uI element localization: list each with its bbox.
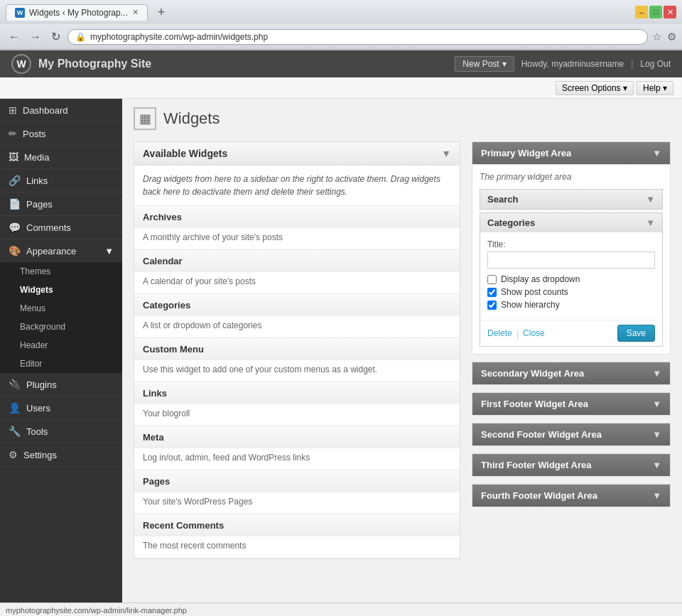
categories-widget-header[interactable]: Categories ▼ [480, 213, 662, 232]
minimize-button[interactable]: – [635, 6, 648, 18]
primary-widget-arrow: ▼ [652, 148, 661, 158]
settings-icon: ⚙ [9, 449, 18, 460]
maximize-button[interactable]: □ [649, 6, 662, 18]
help-button[interactable]: Help ▾ [637, 81, 673, 95]
dashboard-label: Dashboard [23, 105, 68, 116]
widget-item: Calendar A calendar of your site's posts [134, 250, 460, 294]
available-widgets-panel: Available Widgets ▼ Drag widgets from he… [134, 141, 460, 559]
media-icon: 🖼 [9, 151, 18, 163]
tools-icon: 🔧 [9, 426, 21, 437]
post-counts-checkbox[interactable] [487, 288, 497, 297]
first-footer-widget-area-header[interactable]: First Footer Widget Area ▼ [472, 393, 670, 415]
widget-title-bar[interactable]: Custom Menu [134, 338, 460, 360]
widget-description: The most recent comments [134, 536, 460, 558]
third-footer-widget-area: Third Footer Widget Area ▼ [472, 453, 671, 477]
users-label: Users [26, 403, 50, 414]
widget-title-bar[interactable]: Recent Comments [134, 514, 460, 536]
widget-item: Recent Comments The most recent comments [134, 514, 460, 558]
sidebar-item-links[interactable]: 🔗 Links [0, 169, 122, 193]
widget-item: Archives A monthly archive of your site'… [134, 206, 460, 250]
categories-widget: Categories ▼ Title: [480, 212, 663, 347]
forward-button[interactable]: → [27, 29, 44, 45]
title-text-input[interactable] [487, 252, 655, 269]
sidebar-item-media[interactable]: 🖼 Media [0, 146, 122, 169]
widget-title-bar[interactable]: Links [134, 382, 460, 404]
sidebar-item-posts[interactable]: ✏ Posts [0, 122, 122, 146]
sidebar-item-tools[interactable]: 🔧 Tools [0, 420, 122, 443]
third-footer-widget-area-header[interactable]: Third Footer Widget Area ▼ [472, 454, 670, 476]
screen-options-button[interactable]: Screen Options ▾ [556, 81, 634, 95]
sidebar-item-themes[interactable]: Themes [0, 262, 122, 281]
second-footer-widget-area-header[interactable]: Second Footer Widget Area ▼ [472, 423, 670, 445]
posts-label: Posts [23, 129, 46, 139]
primary-widget-area-header[interactable]: Primary Widget Area ▼ [472, 142, 670, 164]
new-post-button[interactable]: New Post ▾ [455, 56, 514, 72]
secondary-widget-area-header[interactable]: Secondary Widget Area ▼ [472, 362, 670, 384]
address-bar[interactable]: 🔒 myphotographysite.com/wp-admin/widgets… [67, 29, 648, 45]
fourth-footer-widget-area-header[interactable]: Fourth Footer Widget Area ▼ [472, 485, 670, 507]
refresh-button[interactable]: ↻ [48, 28, 63, 45]
plugins-icon: 🔌 [9, 379, 21, 390]
widget-list: Archives A monthly archive of your site'… [134, 206, 460, 558]
dropdown-checkbox[interactable] [487, 275, 497, 284]
sidebar-item-dashboard[interactable]: ⊞ Dashboard [0, 99, 122, 122]
categories-widget-body: Title: Display as dropdown [480, 232, 662, 320]
sidebar-item-settings[interactable]: ⚙ Settings [0, 443, 122, 467]
star-icon[interactable]: ☆ [652, 31, 661, 43]
fourth-footer-widget-arrow: ▼ [652, 490, 661, 501]
sidebar-item-appearance[interactable]: 🎨 Appearance ▼ [0, 239, 122, 262]
hierarchy-label: Show hierarchy [501, 300, 560, 310]
sidebar-item-users[interactable]: 👤 Users [0, 396, 122, 420]
sidebar-item-comments[interactable]: 💬 Comments [0, 216, 122, 239]
wp-body: ⊞ Dashboard ✏ Posts 🖼 Media 🔗 Links 📄 Pa… [0, 99, 682, 603]
sidebar-item-header[interactable]: Header [0, 336, 122, 355]
panel-header[interactable]: Available Widgets ▼ [134, 142, 460, 166]
widget-title-bar[interactable]: Meta [134, 426, 460, 448]
tab-close-icon[interactable]: ✕ [132, 8, 139, 17]
close-button[interactable]: ✕ [664, 6, 676, 18]
widget-title-bar[interactable]: Archives [134, 206, 460, 228]
widget-item: Links Your blogroll [134, 382, 460, 426]
sidebar-item-widgets[interactable]: Widgets [0, 281, 122, 299]
wrench-icon[interactable]: ⚙ [667, 31, 676, 43]
links-label: Links [26, 175, 48, 186]
log-out-link[interactable]: Log Out [640, 59, 671, 69]
widget-title-bar[interactable]: Calendar [134, 250, 460, 272]
sidebar-item-editor[interactable]: Editor [0, 355, 122, 373]
sidebar-item-plugins[interactable]: 🔌 Plugins [0, 373, 122, 396]
sidebar-item-pages[interactable]: 📄 Pages [0, 193, 122, 216]
categories-widget-label: Categories [487, 217, 535, 228]
delete-link[interactable]: Delete [487, 328, 512, 338]
first-footer-widget-area: First Footer Widget Area ▼ [472, 392, 671, 416]
hierarchy-checkbox[interactable] [487, 301, 497, 310]
wp-logo: W [11, 54, 31, 74]
back-button[interactable]: ← [6, 29, 23, 45]
settings-label: Settings [23, 450, 57, 460]
links-icon: 🔗 [9, 175, 21, 186]
panel-title: Available Widgets [143, 148, 227, 159]
save-button[interactable]: Save [617, 325, 655, 342]
comments-label: Comments [26, 222, 71, 233]
post-counts-label: Show post counts [501, 287, 568, 297]
sidebar-item-background[interactable]: Background [0, 318, 122, 336]
search-widget-arrow: ▼ [646, 194, 655, 205]
widget-title-bar[interactable]: Categories [134, 294, 460, 316]
toolbar-icons: ☆ ⚙ [652, 31, 676, 43]
widget-description: Log in/out, admin, feed and WordPress li… [134, 448, 460, 470]
new-tab-button[interactable]: + [153, 5, 170, 20]
close-link[interactable]: Close [523, 328, 545, 338]
third-footer-widget-arrow: ▼ [652, 460, 661, 470]
secondary-widget-area: Secondary Widget Area ▼ [472, 362, 671, 385]
categories-widget-arrow: ▼ [646, 217, 655, 228]
title-field-row: Title: [487, 239, 655, 269]
browser-chrome: W Widgets ‹ My Photograp... ✕ + – □ ✕ ← … [0, 0, 682, 50]
status-url: myphotographysite.com/wp-admin/link-mana… [6, 606, 187, 615]
search-widget-bar[interactable]: Search ▼ [480, 189, 663, 210]
fourth-footer-widget-title: Fourth Footer Widget Area [481, 490, 597, 501]
appearance-expand-icon: ▼ [104, 246, 114, 256]
primary-widget-area: Primary Widget Area ▼ The primary widget… [472, 141, 671, 355]
page-icon: ▦ [134, 107, 156, 130]
browser-tab[interactable]: W Widgets ‹ My Photograp... ✕ [6, 4, 148, 21]
widget-title-bar[interactable]: Pages [134, 470, 460, 492]
sidebar-item-menus[interactable]: Menus [0, 299, 122, 318]
